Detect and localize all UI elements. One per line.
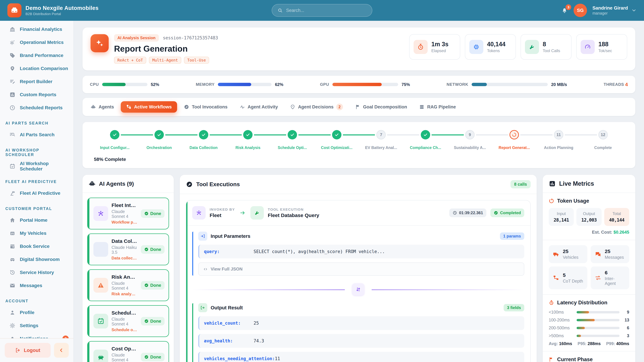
- code-icon: [203, 267, 208, 271]
- sidebar-item-label: Operational Metrics: [20, 40, 64, 45]
- flag-icon: [549, 357, 554, 362]
- sidebar-item-book-service[interactable]: Book Service: [0, 240, 74, 253]
- sidebar-item-report-builder[interactable]: Report Builder: [0, 75, 74, 88]
- workflow-step-label: Sustainability A...: [454, 145, 486, 150]
- notifications-bell[interactable]: 3: [561, 7, 568, 14]
- tool-circle-icon: [186, 181, 193, 188]
- user-menu[interactable]: Sandrine Girard manager: [592, 5, 636, 15]
- agent-card-cost-optimization-[interactable]: Cost Optimization ...Claude Sonnet 4Cost…: [87, 341, 169, 362]
- check-icon: [334, 133, 339, 137]
- person-icon: [10, 310, 16, 316]
- tab-tool-invocations[interactable]: Tool Invocations: [178, 101, 233, 113]
- check-circle-icon: [144, 283, 148, 287]
- sidebar-item-notifications[interactable]: Notifications3: [0, 332, 74, 338]
- agent-card-risk-analysis-agent[interactable]: Risk Analysis AgentClaude Sonnet 4Risk a…: [87, 269, 169, 301]
- tab-agents[interactable]: Agents: [85, 101, 120, 113]
- search-input[interactable]: [286, 8, 366, 13]
- agent-card-fleet-intelligence-[interactable]: Fleet Intelligence ...Claude Sonnet 4Wor…: [87, 198, 169, 229]
- latency-stat: Avg: 160ms: [549, 341, 572, 346]
- flag-icon: [355, 104, 360, 110]
- network-metric: NETWORK 20 MB/s: [446, 82, 567, 87]
- tag-icon: [10, 52, 16, 58]
- io-value: 11: [275, 356, 280, 361]
- sidebar-item-ai-workshop-scheduler[interactable]: AI Workshop Scheduler: [0, 160, 74, 173]
- transfer-icon: [355, 287, 361, 292]
- bar-chart-icon: [549, 180, 556, 187]
- code-icon: [203, 267, 208, 271]
- chat-icon: [595, 251, 602, 258]
- sidebar-item-service-history[interactable]: Service History: [0, 266, 74, 279]
- view-full-json-button-input[interactable]: View Full JSON: [198, 263, 524, 276]
- io-row: avg_health:74.3: [198, 334, 524, 348]
- tab-goal-decomposition[interactable]: Goal Decomposition: [350, 101, 412, 113]
- logout-icon: [15, 348, 21, 353]
- sidebar-item-fleet-ai-predictive[interactable]: Fleet AI Predictive: [0, 187, 74, 200]
- arrow-right-icon: [240, 210, 246, 216]
- counter-cot-depth: 5CoT Depth: [549, 267, 587, 289]
- sidebar-item-my-vehicles[interactable]: My Vehicles: [0, 227, 74, 240]
- mail-icon: [10, 283, 16, 289]
- sidebar-collapse-button[interactable]: [54, 343, 69, 358]
- chevron-down-icon: [631, 8, 636, 13]
- workflow-step-label: Complete: [594, 145, 612, 150]
- token-cell-output: Output12,003: [576, 208, 602, 226]
- check-icon: [423, 133, 428, 137]
- tab-agent-decisions[interactable]: Agent Decisions2: [284, 100, 348, 113]
- agent-name: Fleet Intelligence ...: [112, 202, 138, 208]
- sidebar-item-ai-parts-search[interactable]: AI Parts Search: [0, 128, 74, 141]
- sidebar-item-financial-analytics[interactable]: Financial Analytics: [0, 23, 74, 36]
- sidebar-item-messages[interactable]: Messages: [0, 279, 74, 292]
- workflow-step: Schedule Opti...: [270, 130, 314, 150]
- search-bar[interactable]: [272, 4, 372, 17]
- token-cell-total: Total40,144: [604, 208, 629, 226]
- sidebar-section-header: FLEET AI PREDICTIVE: [0, 173, 74, 187]
- workflow-step-label: Schedule Opti...: [278, 145, 307, 150]
- input-rows: query:SELECT count(*), avg(health_score)…: [198, 245, 524, 258]
- check-icon: [202, 133, 206, 137]
- workflow-step: Data Collection: [181, 130, 226, 150]
- agent-name: Cost Optimization ...: [112, 346, 138, 352]
- agent-card-scheduling-optimi-[interactable]: Scheduling Optimi...Claude Sonnet 4Sched…: [87, 305, 169, 337]
- sidebar-item-scheduled-reports[interactable]: Scheduled Reports: [0, 101, 74, 114]
- avatar[interactable]: SG: [574, 4, 587, 17]
- clock-icon: [10, 105, 16, 111]
- logout-button[interactable]: Logout: [5, 343, 51, 358]
- sidebar-item-digital-showroom[interactable]: Digital Showroom: [0, 253, 74, 266]
- workflow-step: 9Sustainability A...: [448, 130, 492, 150]
- sidebar-item-label: Scheduled Reports: [20, 105, 62, 110]
- session-tag: Tool-Use: [184, 57, 209, 64]
- tab-rag-pipeline[interactable]: RAG Pipeline: [414, 101, 461, 113]
- sidebar-item-profile[interactable]: Profile: [0, 306, 74, 319]
- output-arrow-icon: [198, 303, 207, 312]
- sidebar-item-label: Location Comparison: [20, 66, 68, 71]
- swap-icon: [595, 275, 602, 281]
- workflow-step-label: Compliance Ch...: [410, 145, 441, 150]
- agent-card-data-collection-ag-[interactable]: Data Collection Ag...Claude Haiku 3.5Dat…: [87, 233, 169, 265]
- car-front-icon: [10, 230, 16, 236]
- sidebar-item-location-comparison[interactable]: Location Comparison: [0, 62, 74, 75]
- agent-name: Data Collection Ag...: [112, 238, 138, 244]
- sidebar-item-settings[interactable]: Settings: [0, 319, 74, 332]
- sidebar-section-header: AI PARTS SEARCH: [0, 114, 74, 128]
- tab-agent-activity[interactable]: Agent Activity: [234, 101, 284, 113]
- activity-icon: [240, 104, 245, 110]
- workflow-step: Report Generat...: [492, 130, 536, 150]
- tab-active-workflows[interactable]: Active Workflows: [121, 101, 177, 113]
- sidebar-item-brand-performance[interactable]: Brand Performance: [0, 49, 74, 62]
- calendar-icon: [10, 243, 16, 249]
- session-type-badge: AI Analysis Session: [114, 34, 159, 41]
- workflow-step: 7EV Battery Anal...: [359, 130, 403, 150]
- brand: Demo Nexgile Automobiles B2B Distributio…: [8, 3, 98, 17]
- estimated-cost: Est. Cost: $0.2645: [549, 230, 629, 235]
- network-icon: [192, 206, 206, 220]
- agent-model: Claude Sonnet 4: [112, 281, 138, 291]
- sidebar-item-portal-home[interactable]: Portal Home: [0, 214, 74, 227]
- workflow-step: 12Complete: [581, 130, 625, 150]
- workflow-step: Compliance Ch...: [403, 130, 448, 150]
- system-metrics-bar: CPU 52% MEMORY 62% GPU 75% NETWORK 20 MB…: [82, 76, 635, 93]
- sidebar-item-custom-reports[interactable]: Custom Reports: [0, 88, 74, 101]
- latency-row: <100ms9: [549, 310, 629, 315]
- workflow-step-label: Report Generat...: [498, 145, 530, 150]
- sidebar-item-operational-metrics[interactable]: Operational Metrics: [0, 36, 74, 49]
- output-arrow-icon: [200, 305, 205, 310]
